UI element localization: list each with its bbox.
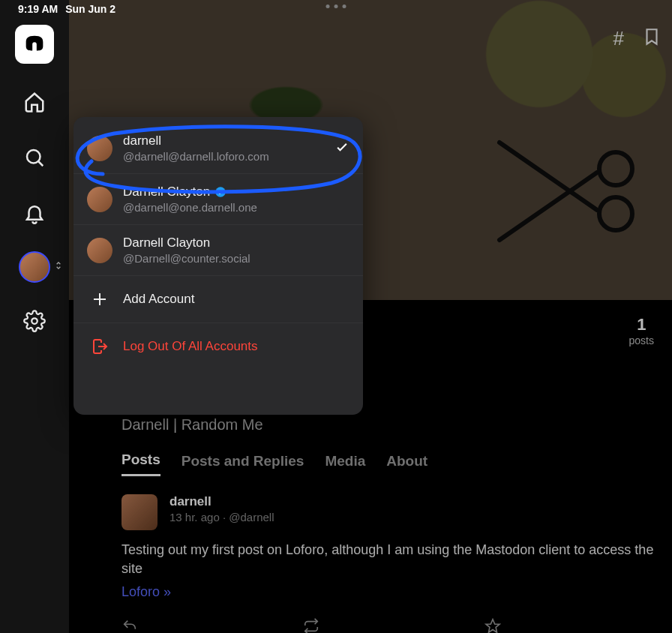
account-name: darnell	[123, 134, 324, 148]
account-row-0[interactable]: darnell @darnell@darnell.loforo.com	[74, 117, 363, 173]
account-name: Darnell Clayton	[123, 184, 210, 200]
avatar-icon	[19, 251, 50, 283]
sidebar	[0, 0, 69, 633]
multitask-dots[interactable]	[326, 4, 346, 8]
check-icon	[334, 140, 350, 158]
account-row-2[interactable]: Darnell Clayton @Darnell@counter.social	[74, 224, 363, 275]
logout-label: Log Out Of All Accounts	[123, 339, 258, 354]
status-bar: 9:19 AM Sun Jun 2	[0, 0, 672, 18]
add-account-label: Add Account	[123, 292, 194, 307]
account-handle: @darnell@darnell.loforo.com	[123, 150, 324, 163]
account-avatar-icon	[87, 136, 112, 161]
account-handle: @darnell@one.darnell.one	[123, 201, 350, 214]
mastodon-logo-icon[interactable]	[15, 25, 54, 64]
account-name: Darnell Clayton	[123, 236, 350, 250]
account-avatar-icon	[87, 238, 112, 263]
svg-point-1	[32, 318, 38, 324]
add-account-button[interactable]: Add Account	[74, 275, 363, 322]
logout-icon	[87, 334, 112, 359]
bell-icon[interactable]	[17, 196, 52, 230]
account-avatar-button[interactable]	[19, 251, 50, 283]
account-avatar-icon	[87, 187, 112, 212]
plus-icon	[87, 286, 112, 312]
account-switcher: darnell @darnell@darnell.loforo.com Darn…	[74, 117, 363, 415]
status-date: Sun Jun 2	[65, 3, 116, 15]
svg-point-0	[27, 150, 40, 164]
status-time: 9:19 AM	[18, 3, 58, 15]
verified-badge-icon	[214, 186, 226, 198]
search-icon[interactable]	[17, 140, 52, 175]
updown-caret-icon	[53, 260, 64, 274]
account-row-1[interactable]: Darnell Clayton @darnell@one.darnell.one	[74, 173, 363, 224]
account-handle: @Darnell@counter.social	[123, 252, 350, 265]
gear-icon[interactable]	[17, 304, 52, 338]
home-icon[interactable]	[17, 85, 52, 119]
logout-all-button[interactable]: Log Out Of All Accounts	[74, 322, 363, 370]
